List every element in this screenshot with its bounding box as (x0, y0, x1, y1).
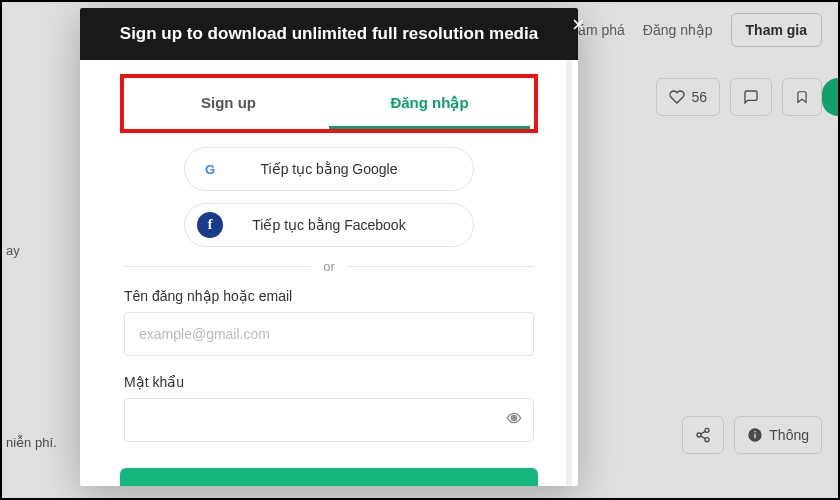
tabs-highlight-box: Sign up Đăng nhập (120, 74, 538, 133)
username-label: Tên đăng nhập hoặc email (124, 288, 534, 304)
google-label: Tiếp tục bằng Google (223, 161, 461, 177)
username-input[interactable] (124, 312, 534, 356)
toggle-password-icon[interactable] (506, 410, 522, 426)
or-text: or (323, 259, 335, 274)
password-input[interactable] (124, 398, 534, 442)
modal-body: Sign up Đăng nhập G Tiếp tục bằng Google… (80, 60, 578, 486)
tab-login[interactable]: Đăng nhập (329, 82, 530, 129)
auth-tabs: Sign up Đăng nhập (128, 82, 530, 129)
google-icon: G (197, 156, 223, 182)
auth-modal: Sign up to download unlimited full resol… (80, 8, 578, 486)
continue-facebook-button[interactable]: f Tiếp tục bằng Facebook (184, 203, 474, 247)
modal-title: Sign up to download unlimited full resol… (80, 8, 578, 60)
svg-point-8 (512, 416, 516, 420)
or-divider: or (124, 259, 534, 274)
continue-google-button[interactable]: G Tiếp tục bằng Google (184, 147, 474, 191)
tab-signup[interactable]: Sign up (128, 82, 329, 129)
close-icon[interactable]: × (572, 12, 585, 38)
password-label: Mật khẩu (124, 374, 534, 390)
password-wrapper (124, 398, 534, 460)
facebook-label: Tiếp tục bằng Facebook (223, 217, 461, 233)
facebook-icon: f (197, 212, 223, 238)
submit-button[interactable] (120, 468, 538, 486)
